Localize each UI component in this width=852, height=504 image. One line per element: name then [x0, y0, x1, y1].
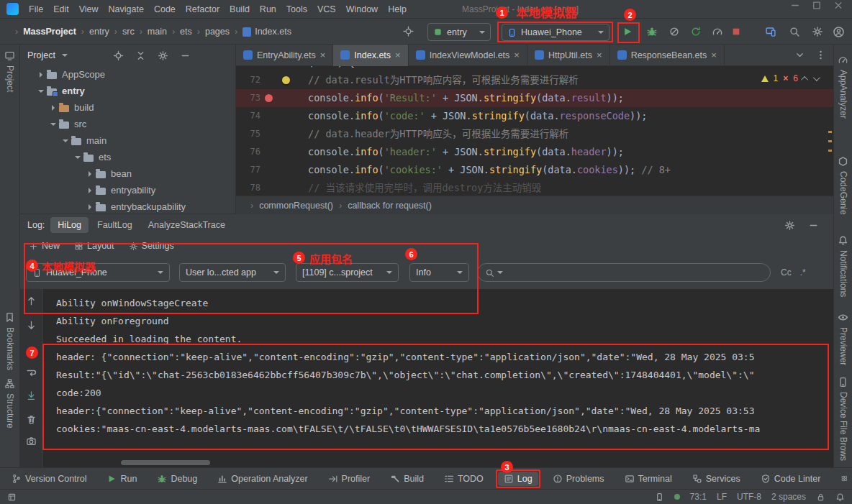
- tool-window-button[interactable]: Profiler: [322, 472, 376, 486]
- tree-chevron-icon[interactable]: [89, 204, 91, 210]
- tool-window-switcher-icon[interactable]: [7, 492, 17, 502]
- code-line[interactable]: 75 // data.header为HTTP响应头，可根据业务需要进行解析: [236, 125, 833, 143]
- tree-chevron-icon[interactable]: [40, 72, 42, 78]
- bug-icon[interactable]: [646, 26, 658, 37]
- editor-breadcrumb-item[interactable]: commonRequest(): [245, 201, 333, 211]
- tree-chevron-icon[interactable]: [63, 139, 68, 142]
- close-icon[interactable]: ×: [711, 50, 717, 60]
- intention-bulb-slot[interactable]: [276, 143, 308, 161]
- tab-list-icon[interactable]: [794, 50, 805, 60]
- tree-item[interactable]: src: [20, 116, 235, 132]
- menu-item[interactable]: Window: [341, 1, 383, 17]
- profilerGauge-icon[interactable]: [712, 26, 723, 37]
- breakpoint-gutter[interactable]: [260, 71, 276, 89]
- tool-window-button[interactable]: Services: [686, 472, 746, 486]
- attach-target-icon[interactable]: [403, 26, 414, 37]
- search-icon[interactable]: [789, 26, 800, 37]
- window-control-button[interactable]: [806, 0, 828, 11]
- prev-issue-icon[interactable]: [801, 75, 808, 83]
- intention-bulb-slot[interactable]: [276, 161, 308, 179]
- search-toggle[interactable]: Cc: [781, 267, 792, 278]
- tool-window-button[interactable]: Run: [101, 472, 142, 486]
- left-stripe-button[interactable]: Structure: [0, 378, 19, 429]
- tool-window-button[interactable]: Problems: [547, 472, 610, 486]
- menu-item[interactable]: File: [24, 1, 48, 17]
- right-stripe-button[interactable]: Device File Brows: [834, 377, 852, 461]
- breadcrumb-item[interactable]: entry: [76, 27, 109, 37]
- camera-icon[interactable]: [26, 436, 37, 446]
- collapseAll-icon[interactable]: [135, 50, 146, 61]
- indent-setting[interactable]: 2 spaces: [771, 492, 806, 502]
- close-icon[interactable]: ×: [320, 50, 326, 60]
- notifications-icon[interactable]: [835, 492, 845, 502]
- trash-icon[interactable]: [26, 414, 37, 425]
- code-area[interactable]: (data) { 72 // data.result为HTTP响应内容，可根据业…: [236, 66, 833, 196]
- intention-bulb-slot[interactable]: [276, 107, 308, 125]
- tool-window-button[interactable]: Operation Analyzer: [212, 472, 313, 486]
- breakpoint-gutter[interactable]: [260, 66, 276, 71]
- tree-chevron-icon[interactable]: [89, 171, 91, 177]
- avatar-icon[interactable]: [833, 26, 845, 38]
- close-icon[interactable]: ×: [514, 50, 520, 60]
- editor-tab[interactable]: Index.ets ×: [333, 45, 408, 66]
- tree-item[interactable]: entryability: [20, 182, 235, 198]
- tree-item[interactable]: build: [20, 99, 235, 116]
- tree-item[interactable]: bean: [20, 165, 235, 182]
- breadcrumb-item[interactable]: ets: [167, 27, 192, 37]
- code-line[interactable]: 77 console.info('cookies:' + JSON.string…: [236, 161, 833, 179]
- menu-item[interactable]: Build: [225, 1, 255, 17]
- breakpoint-gutter[interactable]: [260, 161, 276, 179]
- tool-window-button[interactable]: Terminal: [619, 472, 678, 486]
- more-tools-icon[interactable]: [841, 473, 852, 484]
- editor-breadcrumb-item[interactable]: callback for request(): [333, 201, 432, 211]
- menu-item[interactable]: Run: [255, 1, 281, 17]
- breakpoint-gutter[interactable]: [260, 125, 276, 143]
- editor-tab[interactable]: HttpUtil.ets ×: [527, 45, 610, 66]
- search-toggle[interactable]: .*: [800, 267, 806, 278]
- more-options-icon[interactable]: [815, 50, 826, 60]
- menu-item[interactable]: Code: [149, 1, 181, 17]
- run-config-selector[interactable]: entry: [427, 23, 491, 41]
- breadcrumb-item[interactable]: pages: [192, 27, 230, 37]
- editor-tab[interactable]: EntryAbility.ets ×: [236, 45, 333, 66]
- editor-tab[interactable]: IndexViewModel.ets ×: [409, 45, 527, 66]
- breadcrumb-item[interactable]: Index.ets: [230, 27, 291, 37]
- right-stripe-button[interactable]: CodeGenie: [834, 156, 852, 215]
- file-encoding[interactable]: UTF-8: [737, 492, 761, 502]
- minimize-icon[interactable]: [808, 220, 819, 231]
- tree-chevron-icon[interactable]: [89, 188, 91, 193]
- intention-bulb-slot[interactable]: [276, 66, 308, 71]
- log-tab[interactable]: FaultLog: [90, 217, 140, 233]
- chevron-down-icon[interactable]: [62, 54, 68, 57]
- log-search-input[interactable]: [506, 267, 763, 278]
- left-stripe-button[interactable]: Project: [0, 50, 19, 92]
- close-icon[interactable]: ×: [395, 50, 401, 60]
- tree-chevron-icon[interactable]: [50, 123, 56, 126]
- menu-item[interactable]: Edit: [48, 1, 74, 17]
- menu-item[interactable]: Tools: [281, 1, 312, 17]
- breakpoint-gutter[interactable]: [260, 89, 276, 107]
- error-stripe-mark[interactable]: [828, 150, 832, 152]
- code-line[interactable]: 72 // data.result为HTTP响应内容，可根据业务需要进行解析: [236, 71, 833, 89]
- left-stripe-button[interactable]: Bookmarks: [0, 312, 19, 370]
- close-icon[interactable]: ×: [597, 50, 602, 60]
- right-stripe-button[interactable]: Previewer: [834, 312, 852, 365]
- tree-chevron-icon[interactable]: [38, 90, 44, 93]
- tool-window-button[interactable]: Code Linter: [755, 472, 827, 486]
- tree-chevron-icon[interactable]: [75, 156, 81, 159]
- gear-icon[interactable]: [158, 50, 168, 61]
- window-control-button[interactable]: [784, 0, 806, 11]
- breakpoint-gutter[interactable]: [260, 107, 276, 125]
- intention-bulb-slot[interactable]: [276, 71, 308, 89]
- intention-bulb-slot[interactable]: [276, 125, 308, 143]
- intention-bulb-slot[interactable]: [276, 89, 308, 107]
- breadcrumb-item[interactable]: src: [109, 27, 135, 37]
- lock-icon[interactable]: [816, 492, 825, 502]
- log-tab[interactable]: AnalyzeStackTrace: [141, 217, 232, 233]
- menu-item[interactable]: Navigate: [104, 1, 149, 17]
- stop-icon[interactable]: [730, 26, 742, 37]
- editor-tab[interactable]: ResponseBean.ets ×: [610, 45, 725, 66]
- project-panel-title[interactable]: Project: [27, 50, 55, 60]
- line-ending[interactable]: LF: [717, 492, 727, 502]
- intention-bulb-slot[interactable]: [276, 179, 308, 196]
